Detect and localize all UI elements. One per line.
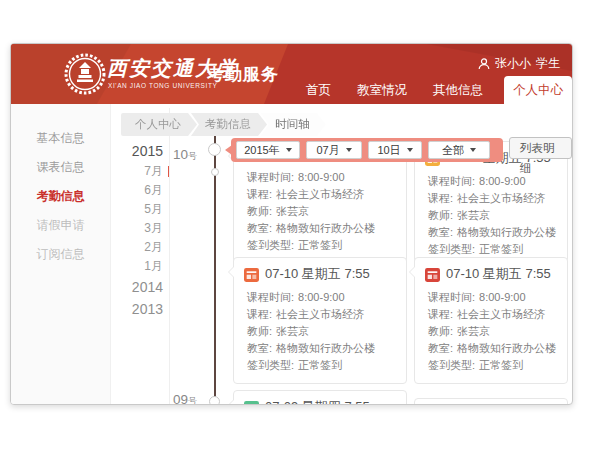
sidebar-item-schedule-info[interactable]: 课表信息 [11,153,110,182]
breadcrumb: 个人中心 考勤信息 时间轴 [121,113,326,136]
year-select[interactable]: 2015年 [236,141,300,159]
attendance-status-icon [244,267,259,282]
card-title: 07-10 星期五 7:55 [265,265,370,283]
nav-tab-other-info[interactable]: 其他信息 [420,76,496,104]
date-nav-month-2[interactable]: 2月 [115,238,163,257]
timeline-axis [214,120,216,404]
chevron-down-icon [346,148,352,152]
date-nav-month-6[interactable]: 6月 [115,181,163,200]
university-logo-icon [64,53,106,95]
timeline-node-day10 [208,143,221,156]
breadcrumb-timeline[interactable]: 时间轴 [261,113,326,136]
date-nav-year-2015[interactable]: 2015 [115,140,163,162]
chevron-down-icon [470,148,476,152]
timeline-node-small [211,168,219,176]
main-nav: 首页 教室情况 其他信息 个人中心 [293,76,572,104]
nav-tab-home[interactable]: 首页 [293,76,344,104]
sidebar-item-attendance-info[interactable]: 考勤信息 [11,182,110,211]
timeline-node-day09 [209,396,220,405]
user-name: 张小小 [495,55,531,72]
card-title: 07-10 星期五 7:55 [446,265,551,283]
date-nav-year-2013[interactable]: 2013 [115,298,163,320]
attendance-status-icon [425,267,440,282]
person-icon [478,58,490,70]
type-select[interactable]: 全部 [428,141,490,159]
attendance-card: 07-10 星期五 7:55 课程时间:8:00-9:00课程:社会主义市场经济… [414,257,568,384]
service-title: 考勤服务 [207,63,279,86]
chevron-down-icon [407,148,413,152]
date-nav: 2015 7月 6月 5月 3月 2月 1月 2014 2013 [115,140,163,320]
nav-tab-personal-center[interactable]: 个人中心 [504,76,572,104]
attendance-app-window: 西安交通大学 XI'AN JIAO TONG UNIVERSITY 考勤服务 张… [10,43,573,405]
breadcrumb-personal-center[interactable]: 个人中心 [121,113,197,136]
date-nav-month-3[interactable]: 3月 [115,219,163,238]
attendance-card: 07-09 星期四 7:55 [233,390,407,405]
date-nav-month-5[interactable]: 5月 [115,200,163,219]
attendance-card [414,398,568,405]
timeline-day-label-09: 09号 [173,390,197,405]
card-fields: 课程时间:8:00-9:00课程:社会主义市场经济教师:张芸京教室:格物致知行政… [415,286,567,383]
user-role: 学生 [536,55,560,72]
chevron-down-icon [286,148,292,152]
date-nav-month-1[interactable]: 1月 [115,257,163,276]
card-title: 07-09 星期四 7:55 [265,398,370,405]
sidebar-item-subscription-info[interactable]: 订阅信息 [11,240,110,269]
university-name-en: XI'AN JIAO TONG UNIVERSITY [108,82,217,89]
breadcrumb-attendance-info[interactable]: 考勤信息 [191,113,267,136]
date-nav-divider [169,108,170,404]
sidebar: 基本信息 课表信息 考勤信息 请假申请 订阅信息 [11,104,111,404]
timeline-day-label-10: 10号 [173,145,197,163]
date-nav-month-7[interactable]: 7月 [115,162,163,181]
app-header: 西安交通大学 XI'AN JIAO TONG UNIVERSITY 考勤服务 张… [11,44,572,104]
date-nav-year-2014[interactable]: 2014 [115,276,163,298]
attendance-card: 07-10 星期五 7:55 课程时间:8:00-9:00课程:社会主义市场经济… [233,257,407,384]
date-filter-bar: 2015年 07月 10日 全部 [231,138,503,162]
list-detail-button[interactable]: 列表明细 [509,137,572,159]
attendance-status-icon [244,400,259,406]
card-fields: 课程时间:8:00-9:00课程:社会主义市场经济教师:张芸京教室:格物致知行政… [415,170,567,267]
sidebar-item-basic-info[interactable]: 基本信息 [11,124,110,153]
user-menu[interactable]: 张小小 学生 [478,55,560,72]
nav-tab-classrooms[interactable]: 教室情况 [344,76,420,104]
month-select[interactable]: 07月 [306,141,362,159]
card-fields: 课程时间:8:00-9:00课程:社会主义市场经济教师:张芸京教室:格物致知行政… [234,286,406,383]
sidebar-item-leave-request[interactable]: 请假申请 [11,211,110,240]
day-select[interactable]: 10日 [368,141,422,159]
